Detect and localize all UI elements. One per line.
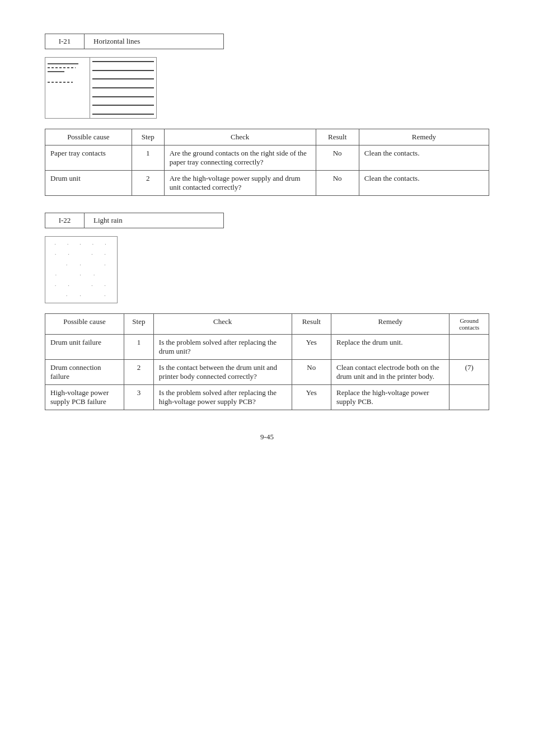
hlines-rline3 [92,78,154,79]
rain-row-4: · · · [50,272,113,278]
rain-dot: · [93,272,96,278]
th-check-2: Check [153,314,292,335]
hlines-rline7 [92,114,154,115]
rain-dot: · [79,262,82,267]
hlines-rline4 [92,87,154,88]
rain-dot: · [104,262,107,267]
check-cell: Is the problem solved after replacing th… [153,335,292,360]
rain-dot: · [91,251,94,257]
result-cell: No [316,171,359,196]
table-row: Drum unit failure 1 Is the problem solve… [45,335,489,360]
rain-dot: · [68,283,71,288]
table-i22: Possible cause Step Check Result Remedy … [45,313,489,410]
rain-dot: · [66,293,69,298]
rain-dot: · [79,241,82,247]
rain-dot: · [79,293,82,298]
rain-dot: · [105,283,107,288]
th-check-1: Check [164,129,316,145]
rain-dot: · [55,272,58,278]
check-cell: Is the problem solved after replacing th… [153,385,292,410]
result-cell: No [292,360,331,385]
rain-dot: · [67,241,70,247]
ground-cell [449,385,489,410]
th-step-2: Step [124,314,153,335]
rain-dot: · [55,241,58,247]
rain-row-6: · · · [50,293,113,298]
rain-dot: · [105,241,107,247]
hlines-image [45,57,157,119]
cause-cell: Drum connection failure [45,360,124,385]
ground-cell: (7) [449,360,489,385]
rain-dot: · [55,283,58,288]
rain-dot: · [91,283,94,288]
remedy-cell: Replace the drum unit. [331,335,449,360]
rain-row-2: · · · · [50,251,113,257]
step-cell: 2 [124,360,153,385]
th-ground-2: Ground contacts [449,314,489,335]
title-i21: Horizontal lines [85,34,149,49]
cause-cell: Drum unit [45,171,132,196]
hlines-rline2 [92,70,154,71]
check-cell: Are the ground contacts on the right sid… [164,145,316,171]
remedy-cell: Clean the contacts. [359,171,489,196]
code-row-i22: I-22 Light rain [45,213,224,228]
hlines-rline5 [92,96,154,97]
diagram-lightrain: · · · · · · · · · · · · · · · [45,236,118,303]
remedy-cell: Replace the high-voltage power supply PC… [331,385,449,410]
ground-cell [449,335,489,360]
th-possible-cause-1: Possible cause [45,129,132,145]
step-cell: 3 [124,385,153,410]
step-cell: 1 [132,145,164,171]
table-row: Drum unit 2 Are the high-voltage power s… [45,171,489,196]
title-i22: Light rain [85,213,132,228]
check-cell: Are the high-voltage power supply and dr… [164,171,316,196]
hlines-solid2 [48,71,64,72]
th-result-1: Result [316,129,359,145]
rain-dot: · [79,272,82,278]
code-label-i22: I-22 [45,213,85,228]
th-step-1: Step [132,129,164,145]
th-remedy-2: Remedy [331,314,449,335]
remedy-cell: Clean contact electrode both on the drum… [331,360,449,385]
step-cell: 1 [124,335,153,360]
result-cell: No [316,145,359,171]
result-cell: Yes [292,385,331,410]
rain-row-5: · · · · [50,283,113,288]
hlines-right-panel [90,58,156,118]
result-cell: Yes [292,335,331,360]
hlines-left-panel [45,58,90,118]
cause-cell: Drum unit failure [45,335,124,360]
hlines-dashed2 [48,82,73,83]
rain-dot: · [68,251,71,257]
rain-row-3: · · · [50,262,113,267]
table-i21: Possible cause Step Check Result Remedy … [45,129,489,196]
rain-row-1: · · · · · [50,241,113,247]
section-i21: I-21 Horizontal lines [45,34,489,196]
table-row: Drum connection failure 2 Is the contact… [45,360,489,385]
table-row: High-voltage power supply PCB failure 3 … [45,385,489,410]
code-row-i21: I-21 Horizontal lines [45,34,224,49]
rain-dot: · [105,251,107,257]
check-cell: Is the contact between the drum unit and… [153,360,292,385]
th-result-2: Result [292,314,331,335]
hlines-solid1 [48,63,78,64]
hlines-rline6 [92,105,154,106]
rain-dot: · [104,293,107,298]
rain-dot: · [66,262,69,267]
rain-dot: · [92,241,95,247]
hlines-dashed1 [48,67,76,68]
page-number: 9-45 [45,433,489,442]
rain-dot: · [55,251,58,257]
diagram-hlines [45,57,489,119]
table-row: Paper tray contacts 1 Are the ground con… [45,145,489,171]
hlines-rline1 [92,61,154,62]
remedy-cell: Clean the contacts. [359,145,489,171]
section-i22: I-22 Light rain · · · · · · · · · · · · … [45,213,489,410]
code-label-i21: I-21 [45,34,85,49]
cause-cell: High-voltage power supply PCB failure [45,385,124,410]
th-possible-cause-2: Possible cause [45,314,124,335]
step-cell: 2 [132,171,164,196]
cause-cell: Paper tray contacts [45,145,132,171]
th-remedy-1: Remedy [359,129,489,145]
